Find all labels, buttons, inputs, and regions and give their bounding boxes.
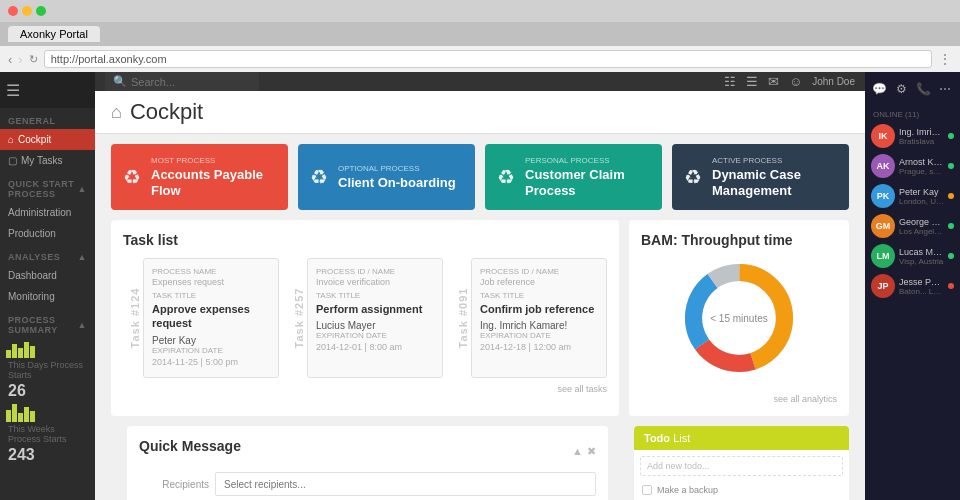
user-item-0[interactable]: IK Ing. Imrich Kamarel Bratislava <box>865 121 960 151</box>
user-info-3: George McCain Los Angeles, Cali... <box>899 217 944 236</box>
task-title-label-2: Task Title <box>480 291 598 300</box>
more-icon[interactable]: ⋯ <box>936 78 954 100</box>
collapse-icon[interactable]: ▲ <box>572 445 583 458</box>
task-process-label-1: Process ID / Name <box>316 267 434 276</box>
list-view-icon[interactable]: ☰ <box>746 74 758 89</box>
user-name-1: Arnost Karlsberg <box>899 157 944 167</box>
search-input[interactable] <box>131 76 251 88</box>
process-card-onboarding[interactable]: ♻ Optional Process Client On-boarding <box>298 144 475 210</box>
section-analyses: Analyses ▲ <box>0 244 95 265</box>
process-card-dynamic[interactable]: ♻ Active Process Dynamic Case Management <box>672 144 849 210</box>
task-process-2: Job reference <box>480 277 598 287</box>
browser-tabs: Axonky Portal <box>0 22 960 46</box>
see-all-analytics[interactable]: see all analytics <box>641 388 837 404</box>
chevron-up-icon[interactable]: ▲ <box>78 184 87 194</box>
bell-icon[interactable]: ✉ <box>768 74 779 89</box>
bam-title: BAM: Throughput time <box>641 232 837 248</box>
refresh-icon[interactable]: ↻ <box>29 53 38 66</box>
settings-icon[interactable]: ⋮ <box>938 51 952 67</box>
section-general: General <box>0 108 95 129</box>
recipients-input[interactable] <box>215 472 596 496</box>
process-icon-3: ♻ <box>684 165 702 189</box>
see-all-tasks[interactable]: see all tasks <box>123 378 607 394</box>
avatar-1: AK <box>871 154 895 178</box>
user-item-2[interactable]: PK Peter Kay London, United K. <box>865 181 960 211</box>
task-card-2[interactable]: Process ID / Name Job reference Task Tit… <box>471 258 607 378</box>
user-name-4: Lucas Mayer <box>899 247 944 257</box>
page-header: ⌂ Cockpit <box>95 91 865 134</box>
nav-right: ☷ ☰ ✉ ☺ John Doe <box>724 74 855 89</box>
content-row: Task list Task #124 Process name Expense… <box>95 220 865 426</box>
process-card-accounts[interactable]: ♻ Most Process Accounts Payable Flow <box>111 144 288 210</box>
donut-label: < 15 minutes <box>710 313 768 324</box>
task-section: Task list Task #124 Process name Expense… <box>111 220 619 416</box>
recipients-label: Recipients <box>139 479 209 490</box>
process-type-2: Personal Process <box>525 156 650 165</box>
user-item-4[interactable]: LM Lucas Mayer Visp, Austria <box>865 241 960 271</box>
forward-icon[interactable]: › <box>18 52 22 67</box>
task-list-title: Task list <box>123 232 607 248</box>
user-item-3[interactable]: GM George McCain Los Angeles, Cali... <box>865 211 960 241</box>
user-name-5: Jesse Phoenix <box>899 277 944 287</box>
process-name-3: Dynamic Case Management <box>712 167 837 198</box>
status-dot-2 <box>948 193 954 199</box>
main-top-nav: 🔍 ☷ ☰ ✉ ☺ John Doe <box>95 72 865 91</box>
status-dot-3 <box>948 223 954 229</box>
process-icon-0: ♻ <box>123 165 141 189</box>
quick-header-icons: ▲ ✖ <box>572 445 596 458</box>
user-item-5[interactable]: JP Jesse Phoenix Baton... Lorenzo <box>865 271 960 301</box>
minimize-button[interactable] <box>22 6 32 16</box>
settings-icon-rp[interactable]: ⚙ <box>893 78 911 100</box>
chevron-up-icon3[interactable]: ▲ <box>78 320 87 330</box>
sidebar-item-production[interactable]: Production <box>0 223 95 244</box>
chat-icon[interactable]: 💬 <box>871 78 889 100</box>
task-date-label-1: Expiration Date <box>316 331 434 340</box>
task-date-label-0: Expiration Date <box>152 346 270 355</box>
status-dot-1 <box>948 163 954 169</box>
hamburger-icon[interactable]: ☰ <box>6 81 20 100</box>
todo-list-label: List <box>673 432 690 444</box>
user-info-1: Arnost Karlsberg Prague, some text <box>899 157 944 176</box>
bar10 <box>30 411 35 422</box>
todo-text-0: Make a backup <box>657 485 718 495</box>
sidebar-item-monitoring[interactable]: Monitoring <box>0 286 95 307</box>
process-card-claim[interactable]: ♻ Personal Process Customer Claim Proces… <box>485 144 662 210</box>
home-icon[interactable]: ⌂ <box>111 102 122 123</box>
process-cards: ♻ Most Process Accounts Payable Flow ♻ O… <box>95 134 865 220</box>
todo-item-0[interactable]: Make a backup <box>634 482 849 498</box>
user-icon[interactable]: ☺ <box>789 74 802 89</box>
todo-panel: Todo List Add new todo... Make a backup … <box>634 426 849 500</box>
expand-icon[interactable]: ✖ <box>587 445 596 458</box>
bar6 <box>6 410 11 422</box>
browser-tab[interactable]: Axonky Portal <box>8 26 100 42</box>
task-card-1[interactable]: Process ID / Name Invoice verification T… <box>307 258 443 378</box>
bar2 <box>12 344 17 358</box>
user-name-2: Peter Kay <box>899 187 944 197</box>
sidebar-item-my-tasks[interactable]: ▢ My Tasks <box>0 150 95 171</box>
sidebar-item-cockpit[interactable]: ⌂ Cockpit <box>0 129 95 150</box>
user-info-4: Lucas Mayer Visp, Austria <box>899 247 944 266</box>
back-icon[interactable]: ‹ <box>8 52 12 67</box>
right-panel-header: 💬 ⚙ 📞 ⋯ <box>865 72 960 106</box>
avatar-0: IK <box>871 124 895 148</box>
phone-icon[interactable]: 📞 <box>915 78 933 100</box>
task-title-label-1: Task Title <box>316 291 434 300</box>
todo-add-input[interactable]: Add new todo... <box>640 456 843 476</box>
grid-view-icon[interactable]: ☷ <box>724 74 736 89</box>
quick-msg-title: Quick Message <box>139 438 241 454</box>
process-icon-2: ♻ <box>497 165 515 189</box>
maximize-button[interactable] <box>36 6 46 16</box>
stat-label-2: This Weeks Process Starts <box>0 422 95 446</box>
bar9 <box>24 407 29 422</box>
process-type-1: Optional Process <box>338 164 463 173</box>
chevron-up-icon2[interactable]: ▲ <box>78 252 87 262</box>
todo-checkbox-0[interactable] <box>642 485 652 495</box>
user-item-1[interactable]: AK Arnost Karlsberg Prague, some text <box>865 151 960 181</box>
task-person-1: Lucius Mayer <box>316 320 434 331</box>
task-card-0[interactable]: Process name Expenses request Task Title… <box>143 258 279 378</box>
sidebar-item-administration[interactable]: Administration <box>0 202 95 223</box>
task-process-label-2: Process ID / Name <box>480 267 598 276</box>
url-bar[interactable] <box>44 50 932 68</box>
sidebar-item-dashboard[interactable]: Dashboard <box>0 265 95 286</box>
close-button[interactable] <box>8 6 18 16</box>
